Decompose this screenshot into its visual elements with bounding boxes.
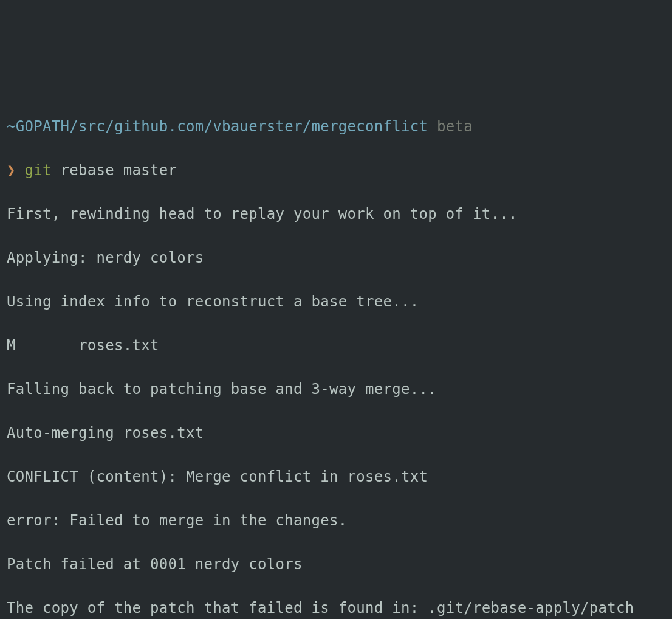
output-line: The copy of the patch that failed is fou… [7,597,665,619]
output-line: Patch failed at 0001 nerdy colors [7,553,665,575]
prompt-path: ~GOPATH/src/github.com/vbauerster/mergec… [7,118,428,135]
command-git: git [25,162,52,179]
output-line: Using index info to reconstruct a base t… [7,291,665,313]
prompt-chevron-icon: ❯ [7,162,16,179]
command-line-1: ❯ git rebase master [7,159,665,181]
command-args: rebase master [61,162,177,179]
output-line: Falling back to patching base and 3-way … [7,378,665,400]
prompt-line-1: ~GOPATH/src/github.com/vbauerster/mergec… [7,116,665,137]
output-line: Applying: nerdy colors [7,247,665,269]
output-line: error: Failed to merge in the changes. [7,510,665,531]
output-line: Auto-merging roses.txt [7,422,665,444]
output-line: M roses.txt [7,334,665,356]
output-line: First, rewinding head to replay your wor… [7,203,665,225]
terminal-window[interactable]: ~GOPATH/src/github.com/vbauerster/mergec… [7,94,665,619]
prompt-branch: beta [437,118,473,135]
output-line: CONFLICT (content): Merge conflict in ro… [7,466,665,488]
